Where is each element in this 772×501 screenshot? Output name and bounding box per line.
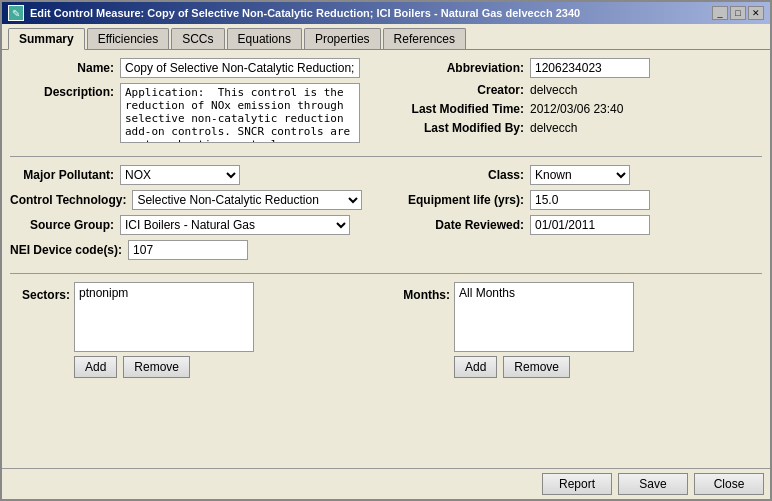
list-item: ptnonipm: [77, 285, 251, 301]
tab-bar: Summary Efficiencies SCCs Equations Prop…: [2, 24, 770, 50]
description-label: Description:: [10, 83, 120, 99]
nei-label: NEI Device code(s):: [10, 243, 128, 257]
sectors-label: Sectors:: [10, 282, 70, 302]
creator-row: Creator: delvecch: [390, 83, 762, 97]
name-row: Name:: [10, 58, 382, 78]
sectors-buttons: Add Remove: [74, 356, 254, 378]
report-button[interactable]: Report: [542, 473, 612, 495]
titlebar: ✎ Edit Control Measure: Copy of Selectiv…: [2, 2, 770, 24]
creator-label: Creator:: [390, 83, 530, 97]
form-middle-left: Major Pollutant: NOX Control Technology:…: [10, 165, 382, 265]
titlebar-controls: _ □ ✕: [712, 6, 764, 20]
description-textarea[interactable]: Application: This control is the reducti…: [120, 83, 360, 143]
name-label: Name:: [10, 61, 120, 75]
minimize-button[interactable]: _: [712, 6, 728, 20]
abbreviation-label: Abbreviation:: [390, 61, 530, 75]
last-modified-by-value: delvecch: [530, 121, 577, 135]
months-listbox[interactable]: All Months: [454, 282, 634, 352]
divider-1: [10, 156, 762, 157]
months-label: Months:: [390, 282, 450, 302]
form-section-top: Name: Description: Application: This con…: [10, 58, 762, 148]
class-label: Class:: [390, 168, 530, 182]
tab-sccs[interactable]: SCCs: [171, 28, 224, 49]
form-left: Name: Description: Application: This con…: [10, 58, 382, 148]
date-reviewed-input[interactable]: [530, 215, 650, 235]
divider-2: [10, 273, 762, 274]
window-title: Edit Control Measure: Copy of Selective …: [30, 7, 580, 19]
class-row: Class: Known: [390, 165, 762, 185]
date-reviewed-label: Date Reviewed:: [390, 218, 530, 232]
last-modified-time-row: Last Modified Time: 2012/03/06 23:40: [390, 102, 762, 116]
last-modified-time-value: 2012/03/06 23:40: [530, 102, 623, 116]
tab-efficiencies[interactable]: Efficiencies: [87, 28, 169, 49]
control-tech-row: Control Technology: Selective Non-Cataly…: [10, 190, 382, 210]
list-item: All Months: [457, 285, 631, 301]
form-right: Abbreviation: Creator: delvecch Last Mod…: [390, 58, 762, 148]
abbreviation-row: Abbreviation:: [390, 58, 762, 78]
pollutant-label: Major Pollutant:: [10, 168, 120, 182]
close-button-footer[interactable]: Close: [694, 473, 764, 495]
equipment-life-input[interactable]: [530, 190, 650, 210]
months-remove-button[interactable]: Remove: [503, 356, 570, 378]
name-input[interactable]: [120, 58, 360, 78]
abbreviation-input[interactable]: [530, 58, 650, 78]
nei-row: NEI Device code(s):: [10, 240, 382, 260]
last-modified-time-label: Last Modified Time:: [390, 102, 530, 116]
maximize-button[interactable]: □: [730, 6, 746, 20]
form-middle-right: Class: Known Equipment life (yrs): Date …: [390, 165, 762, 265]
equipment-life-label: Equipment life (yrs):: [390, 193, 530, 207]
tab-summary[interactable]: Summary: [8, 28, 85, 50]
sectors-add-button[interactable]: Add: [74, 356, 117, 378]
close-button[interactable]: ✕: [748, 6, 764, 20]
class-select[interactable]: Known: [530, 165, 630, 185]
last-modified-by-row: Last Modified By: delvecch: [390, 121, 762, 135]
form-section-middle: Major Pollutant: NOX Control Technology:…: [10, 165, 762, 265]
nei-input[interactable]: [128, 240, 248, 260]
sectors-panel: Sectors: ptnonipm Add Remove: [10, 282, 382, 460]
pollutant-select[interactable]: NOX: [120, 165, 240, 185]
control-tech-label: Control Technology:: [10, 193, 132, 207]
months-add-button[interactable]: Add: [454, 356, 497, 378]
tab-references[interactable]: References: [383, 28, 466, 49]
titlebar-left: ✎ Edit Control Measure: Copy of Selectiv…: [8, 5, 580, 21]
control-tech-select[interactable]: Selective Non-Catalytic Reduction: [132, 190, 362, 210]
window-icon: ✎: [8, 5, 24, 21]
main-window: ✎ Edit Control Measure: Copy of Selectiv…: [0, 0, 772, 501]
source-group-row: Source Group: ICI Boilers - Natural Gas: [10, 215, 382, 235]
footer: Report Save Close: [2, 468, 770, 499]
save-button[interactable]: Save: [618, 473, 688, 495]
source-group-select[interactable]: ICI Boilers - Natural Gas: [120, 215, 350, 235]
main-content: Name: Description: Application: This con…: [2, 50, 770, 468]
source-group-label: Source Group:: [10, 218, 120, 232]
sectors-remove-button[interactable]: Remove: [123, 356, 190, 378]
equipment-life-row: Equipment life (yrs):: [390, 190, 762, 210]
creator-value: delvecch: [530, 83, 577, 97]
months-buttons: Add Remove: [454, 356, 634, 378]
months-panel: Months: All Months Add Remove: [390, 282, 762, 460]
date-reviewed-row: Date Reviewed:: [390, 215, 762, 235]
bottom-section: Sectors: ptnonipm Add Remove Months: All: [10, 282, 762, 460]
tab-equations[interactable]: Equations: [227, 28, 302, 49]
tab-properties[interactable]: Properties: [304, 28, 381, 49]
last-modified-by-label: Last Modified By:: [390, 121, 530, 135]
pollutant-row: Major Pollutant: NOX: [10, 165, 382, 185]
sectors-listbox[interactable]: ptnonipm: [74, 282, 254, 352]
description-row: Description: Application: This control i…: [10, 83, 382, 143]
